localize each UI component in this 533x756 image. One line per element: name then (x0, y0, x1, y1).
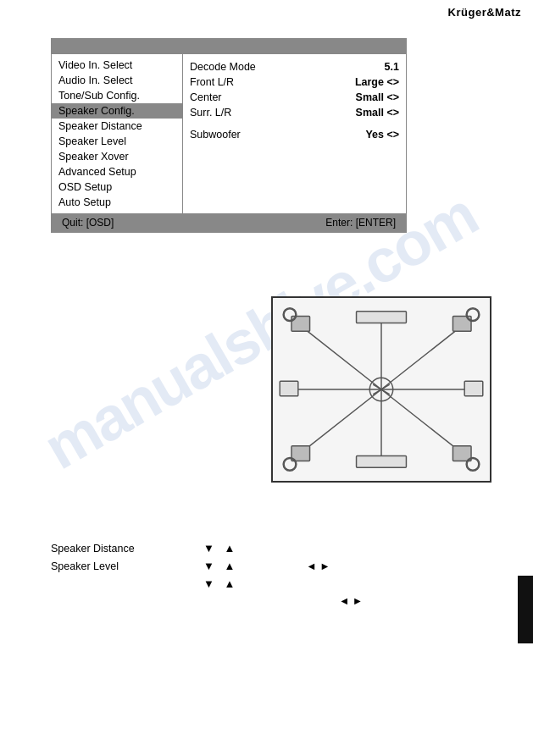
menu-item-4[interactable]: Speaker Distance (52, 119, 182, 134)
instr-lr-arrows-2: ◄ ► (306, 560, 330, 572)
menu-item-1[interactable]: Audio In. Select (52, 73, 182, 88)
content-label-2: Center (190, 91, 222, 103)
instr-arrows-1: ▼ ▲ (203, 542, 238, 555)
instr-label-2: Speaker Level (51, 560, 203, 572)
osd-menu: Video In. SelectAudio In. SelectTone/Sub… (52, 54, 183, 213)
instr-arrows-2: ▼ ▲ (203, 560, 238, 572)
content-row-5: SubwooferYes <> (190, 127, 399, 142)
instr-label-1: Speaker Distance (51, 543, 203, 555)
quit-hint: Quit: [OSD] (62, 217, 114, 229)
instructions-section: Speaker Distance ▼ ▲ Speaker Level ▼ ▲ ◄… (51, 542, 475, 612)
osd-bottom-bar: Quit: [OSD] Enter: [ENTER] (52, 213, 406, 232)
instr-row-4: ◄ ► (51, 595, 475, 607)
menu-item-9[interactable]: Auto Setup (52, 195, 182, 210)
content-row-1: Front L/RLarge <> (190, 74, 399, 90)
svg-point-24 (466, 458, 480, 472)
instr-arrows-3: ▼ ▲ (203, 577, 238, 590)
instr-row-3: ▼ ▲ (51, 577, 475, 590)
svg-rect-17 (464, 381, 483, 396)
svg-line-1 (381, 327, 460, 389)
svg-rect-16 (280, 381, 298, 396)
header: Krüger&Matz (0, 0, 533, 24)
svg-point-25 (283, 308, 297, 322)
osd-body: Video In. SelectAudio In. SelectTone/Sub… (52, 54, 406, 213)
svg-point-26 (466, 308, 480, 322)
enter-hint: Enter: [ENTER] (325, 217, 396, 229)
content-value-5: Yes <> (365, 129, 399, 141)
content-label-1: Front L/R (190, 76, 234, 88)
menu-item-2[interactable]: Tone/Sub Config. (52, 88, 182, 103)
svg-rect-11 (357, 312, 407, 323)
menu-item-0[interactable]: Video In. Select (52, 58, 182, 73)
svg-point-23 (283, 458, 297, 472)
svg-point-13 (284, 309, 296, 321)
content-row-3: Surr. L/RSmall <> (190, 105, 399, 120)
osd-top-bar (52, 39, 406, 54)
menu-item-3[interactable]: Speaker Config. (52, 103, 182, 119)
osd-panel: Video In. SelectAudio In. SelectTone/Sub… (51, 38, 407, 233)
instr-row-2: Speaker Level ▼ ▲ ◄ ► (51, 560, 475, 572)
content-label-3: Surr. L/R (190, 107, 231, 119)
menu-item-8[interactable]: OSD Setup (52, 179, 182, 195)
instr-row-1: Speaker Distance ▼ ▲ (51, 542, 475, 555)
content-value-1: Large <> (355, 76, 399, 88)
speaker-diagram (263, 288, 500, 491)
instr-lr-arrows-4: ◄ ► (339, 595, 363, 607)
content-row-0: Decode Mode5.1 (190, 59, 399, 74)
svg-line-2 (303, 389, 381, 452)
menu-item-6[interactable]: Speaker Xover (52, 149, 182, 164)
diagram-svg (273, 298, 490, 481)
content-label-5: Subwoofer (190, 129, 241, 141)
svg-point-19 (284, 458, 296, 470)
content-value-2: Small <> (356, 91, 399, 103)
svg-line-0 (303, 327, 381, 389)
menu-item-5[interactable]: Speaker Level (52, 134, 182, 149)
content-value-0: 5.1 (385, 61, 399, 73)
diagram-box (271, 296, 491, 483)
content-value-3: Small <> (356, 107, 399, 119)
svg-point-15 (467, 309, 479, 321)
menu-item-7[interactable]: Advanced Setup (52, 164, 182, 179)
brand-logo: Krüger&Matz (448, 6, 521, 19)
svg-point-21 (467, 458, 479, 470)
svg-line-3 (381, 389, 460, 452)
right-edge-tab (518, 576, 533, 643)
content-row-2: CenterSmall <> (190, 90, 399, 105)
svg-rect-22 (357, 456, 407, 468)
content-label-0: Decode Mode (190, 61, 256, 73)
content-row-4 (190, 120, 399, 127)
osd-content: Decode Mode5.1Front L/RLarge <>CenterSma… (183, 54, 406, 213)
